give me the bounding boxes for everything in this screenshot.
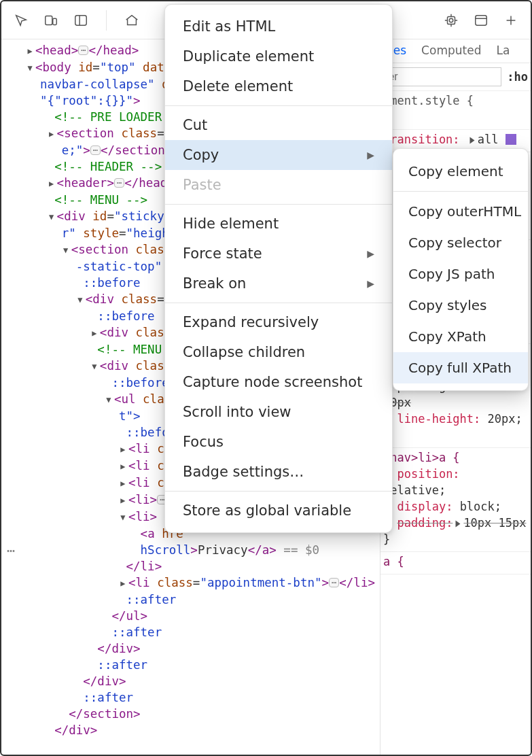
chip-icon[interactable]	[444, 13, 459, 28]
plus-icon[interactable]	[503, 13, 518, 28]
ctx-paste: Paste	[165, 170, 392, 200]
badge-icon	[506, 134, 516, 145]
sub-copy-jspath[interactable]: Copy JS path	[393, 258, 528, 290]
toolbar-divider	[106, 10, 107, 31]
rule-element-style[interactable]: ement.style {}	[380, 91, 531, 130]
svg-rect-2	[75, 15, 87, 25]
rule-nav[interactable]: .nav>li>a { position: relative; display:…	[380, 448, 531, 552]
svg-rect-0	[46, 16, 52, 24]
devices-icon[interactable]	[43, 13, 58, 28]
pointer-icon[interactable]	[14, 13, 29, 28]
styles-panel: yles Computed La :ho ement.style {} tran…	[380, 39, 531, 755]
ctx-badge[interactable]: Badge settings…	[165, 457, 392, 487]
chevron-right-icon: ▶	[367, 278, 374, 289]
ctx-hide[interactable]: Hide element	[165, 209, 392, 239]
overflow-dots-icon[interactable]: ⋯	[7, 543, 16, 559]
ctx-force-state[interactable]: Force state▶	[165, 239, 392, 269]
chevron-right-icon: ▶	[367, 150, 374, 160]
sub-copy-outerhtml[interactable]: Copy outerHTML	[393, 196, 528, 227]
ctx-expand[interactable]: Expand recursively	[165, 307, 392, 337]
sub-copy-styles[interactable]: Copy styles	[393, 290, 528, 321]
svg-point-5	[449, 18, 453, 22]
ctx-focus[interactable]: Focus	[165, 427, 392, 457]
sub-copy-full-xpath[interactable]: Copy full XPath	[393, 352, 528, 383]
ctx-store-global[interactable]: Store as global variable	[165, 496, 392, 526]
sub-copy-element[interactable]: Copy element	[393, 156, 528, 187]
svg-rect-4	[448, 16, 455, 24]
svg-rect-10	[476, 15, 487, 25]
ctx-break-on[interactable]: Break on▶	[165, 269, 392, 298]
ctx-copy[interactable]: Copy▶	[165, 140, 392, 170]
ctx-capture[interactable]: Capture node screenshot	[165, 367, 392, 397]
tab-computed[interactable]: Computed	[421, 44, 481, 57]
sub-copy-xpath[interactable]: Copy XPath	[393, 321, 528, 352]
home-icon[interactable]	[124, 13, 139, 28]
ctx-cut[interactable]: Cut	[165, 110, 392, 140]
ctx-duplicate[interactable]: Duplicate element	[165, 41, 392, 71]
tab-more[interactable]: La	[496, 44, 510, 57]
ctx-collapse[interactable]: Collapse children	[165, 337, 392, 367]
styles-filter-input[interactable]	[380, 67, 501, 86]
chevron-right-icon: ▶	[367, 248, 374, 259]
sub-copy-selector[interactable]: Copy selector	[393, 227, 528, 258]
panel-icon[interactable]	[474, 13, 489, 28]
hov-toggle[interactable]: :ho	[507, 70, 528, 84]
svg-rect-1	[53, 18, 57, 24]
sidebar-icon[interactable]	[73, 13, 88, 28]
ctx-scroll[interactable]: Scroll into view	[165, 397, 392, 427]
context-submenu-copy: Copy element Copy outerHTML Copy selecto…	[393, 148, 529, 391]
rule-a[interactable]: a {	[380, 552, 531, 574]
body-tag[interactable]: body	[43, 61, 71, 74]
ctx-edit-html[interactable]: Edit as HTML	[165, 12, 392, 41]
context-menu: Edit as HTML Duplicate element Delete el…	[164, 4, 393, 533]
ctx-delete[interactable]: Delete element	[165, 71, 392, 101]
